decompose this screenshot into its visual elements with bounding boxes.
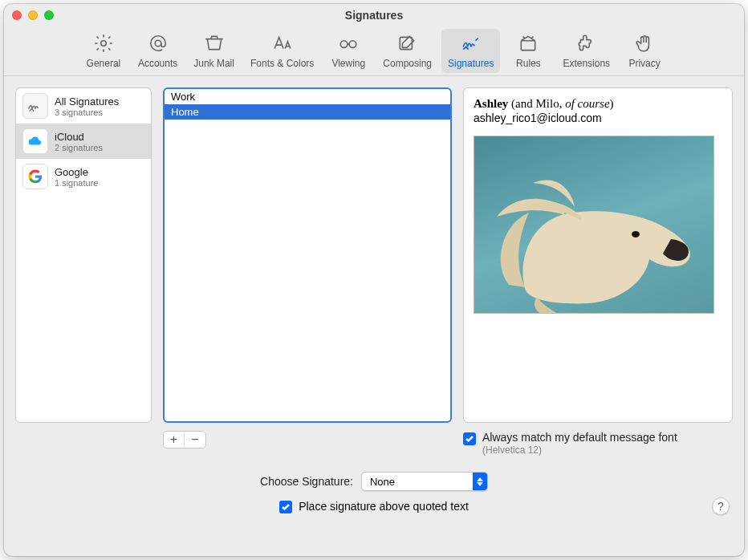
- preview-name-bold: Ashley: [474, 97, 508, 110]
- tab-label: Composing: [383, 58, 432, 69]
- tab-label: Privacy: [628, 58, 660, 69]
- tab-viewing[interactable]: Viewing: [323, 29, 373, 73]
- tab-label: General: [87, 58, 121, 69]
- preferences-window: Signatures General Accounts Junk Mail Fo…: [4, 4, 744, 556]
- signature-row[interactable]: Home: [165, 104, 450, 120]
- tab-general[interactable]: General: [79, 29, 128, 73]
- choose-signature-label: Choose Signature:: [260, 475, 353, 488]
- columns: All Signatures 3 signatures iCloud 2 sig…: [4, 76, 744, 428]
- account-name: iCloud: [55, 131, 103, 143]
- compose-icon: [397, 32, 418, 55]
- tab-label: Fonts & Colors: [250, 58, 314, 69]
- account-row-icloud[interactable]: iCloud 2 signatures: [16, 124, 151, 159]
- glasses-icon: [338, 32, 359, 55]
- at-sign-icon: [148, 32, 169, 55]
- match-font-row: Always match my default message font (He…: [463, 431, 733, 456]
- account-row-all[interactable]: All Signatures 3 signatures: [16, 88, 151, 124]
- place-above-label: Place signature above quoted text: [299, 500, 469, 513]
- remove-signature-button[interactable]: −: [185, 432, 205, 448]
- tab-accounts[interactable]: Accounts: [132, 29, 184, 73]
- tab-signatures[interactable]: Signatures: [441, 29, 500, 73]
- accounts-list[interactable]: All Signatures 3 signatures iCloud 2 sig…: [15, 87, 152, 423]
- below-columns: + − Always match my default message font…: [4, 428, 744, 456]
- tab-label: Accounts: [138, 58, 177, 69]
- svg-point-6: [632, 231, 640, 237]
- add-signature-button[interactable]: +: [164, 432, 185, 448]
- tab-extensions[interactable]: Extensions: [556, 29, 616, 73]
- account-name: Google: [55, 166, 98, 178]
- trash-icon: [204, 32, 225, 55]
- preferences-toolbar: General Accounts Junk Mail Fonts & Color…: [4, 26, 744, 76]
- account-row-google[interactable]: Google 1 signature: [16, 159, 151, 194]
- bottom-controls: Choose Signature: None Place signature a…: [4, 472, 744, 525]
- signature-icon: [461, 32, 482, 55]
- fonts-icon: [272, 32, 293, 55]
- dog-photo-icon: [485, 168, 709, 314]
- tab-composing[interactable]: Composing: [376, 29, 438, 73]
- choose-signature-row: Choose Signature: None: [260, 472, 488, 491]
- choose-signature-select[interactable]: None: [361, 472, 488, 491]
- preview-image: [474, 136, 714, 314]
- add-remove-buttons: + −: [163, 431, 206, 448]
- tab-label: Viewing: [331, 58, 365, 69]
- select-arrows-icon: [473, 473, 487, 490]
- account-sub: 2 signatures: [55, 143, 103, 152]
- svg-point-0: [101, 41, 107, 47]
- tab-rules[interactable]: Rules: [503, 29, 553, 73]
- match-font-sub: (Helvetica 12): [482, 444, 677, 456]
- all-signatures-icon: [22, 93, 48, 119]
- hand-icon: [634, 32, 655, 55]
- svg-point-1: [155, 40, 161, 47]
- place-above-checkbox[interactable]: [279, 501, 292, 513]
- tab-fonts-colors[interactable]: Fonts & Colors: [244, 29, 320, 73]
- account-sub: 3 signatures: [55, 108, 119, 117]
- preview-email: ashley_rico1@icloud.com: [474, 112, 722, 124]
- google-icon: [22, 164, 48, 189]
- select-value: None: [370, 476, 470, 488]
- tab-junk-mail[interactable]: Junk Mail: [187, 29, 241, 73]
- match-font-label: Always match my default message font: [482, 431, 677, 444]
- tab-label: Extensions: [563, 58, 610, 69]
- svg-rect-5: [522, 41, 535, 51]
- place-above-row: Place signature above quoted text: [279, 499, 469, 513]
- signature-row[interactable]: Work: [165, 89, 450, 104]
- svg-point-2: [341, 41, 348, 48]
- rules-icon: [518, 32, 539, 55]
- preview-name-line: Ashley (and Milo, of course): [474, 96, 722, 111]
- titlebar: Signatures: [4, 4, 744, 26]
- account-name: All Signatures: [55, 95, 119, 108]
- account-sub: 1 signature: [55, 178, 98, 188]
- content-area: All Signatures 3 signatures iCloud 2 sig…: [4, 76, 744, 556]
- match-font-checkbox[interactable]: [463, 432, 476, 445]
- window-title: Signatures: [4, 9, 744, 22]
- signature-preview[interactable]: Ashley (and Milo, of course) ashley_rico…: [463, 87, 733, 423]
- tab-label: Junk Mail: [193, 58, 234, 69]
- help-button[interactable]: ?: [712, 497, 730, 515]
- icloud-icon: [22, 128, 48, 154]
- gear-icon: [93, 32, 114, 55]
- signatures-list[interactable]: Work Home: [163, 87, 452, 423]
- tab-label: Signatures: [448, 58, 494, 69]
- tab-label: Rules: [516, 58, 541, 69]
- svg-point-3: [349, 41, 356, 48]
- tab-privacy[interactable]: Privacy: [620, 29, 669, 73]
- puzzle-icon: [576, 32, 597, 55]
